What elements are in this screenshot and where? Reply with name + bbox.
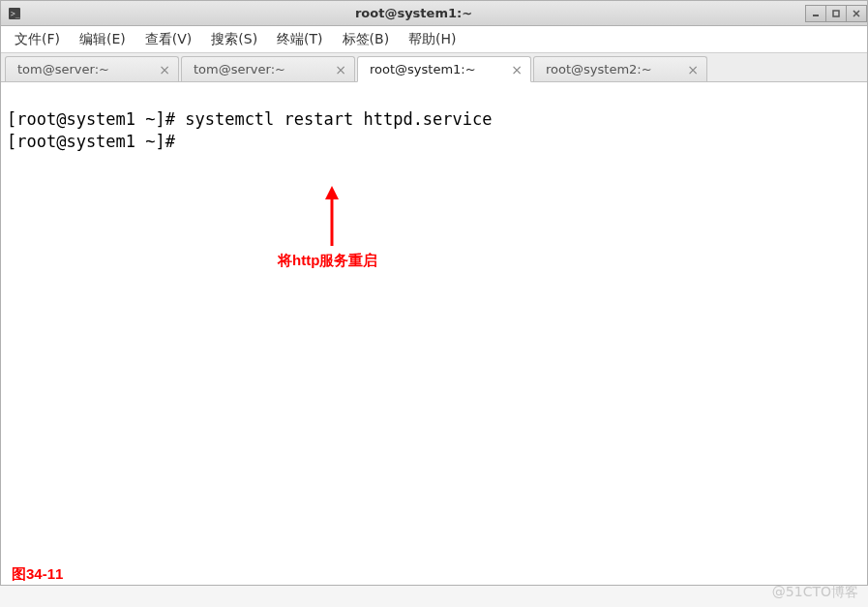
terminal-line: [root@system1 ~]#	[7, 132, 185, 151]
tab-label: root@system2:~	[546, 62, 652, 76]
titlebar: >_ root@system1:~	[1, 1, 867, 26]
tab-label: tom@server:~	[17, 62, 109, 76]
menu-file[interactable]: 文件(F)	[9, 27, 66, 52]
close-icon[interactable]: ×	[335, 63, 346, 76]
terminal-content[interactable]: [root@system1 ~]# systemctl restart http…	[1, 82, 867, 585]
tab-2[interactable]: tom@server:~ ×	[181, 56, 355, 81]
close-icon[interactable]: ×	[687, 63, 699, 76]
svg-marker-7	[325, 186, 339, 199]
maximize-button[interactable]	[825, 5, 847, 22]
annotation-arrow-icon	[322, 186, 342, 248]
watermark: @51CTO博客	[772, 584, 858, 601]
menu-search[interactable]: 搜索(S)	[205, 27, 263, 52]
menu-terminal[interactable]: 终端(T)	[271, 27, 328, 52]
tab-1[interactable]: tom@server:~ ×	[5, 56, 179, 81]
svg-rect-3	[833, 11, 839, 16]
tab-label: tom@server:~	[194, 62, 285, 76]
tabbar: tom@server:~ × tom@server:~ × root@syste…	[1, 53, 867, 82]
window-title: root@system1:~	[22, 6, 805, 20]
menubar: 文件(F) 编辑(E) 查看(V) 搜索(S) 终端(T) 标签(B) 帮助(H…	[1, 26, 867, 53]
menu-tabs[interactable]: 标签(B)	[337, 27, 396, 52]
tab-label: root@system1:~	[370, 62, 476, 76]
menu-edit[interactable]: 编辑(E)	[74, 27, 132, 52]
menu-view[interactable]: 查看(V)	[139, 27, 198, 52]
menu-help[interactable]: 帮助(H)	[403, 27, 462, 52]
close-icon[interactable]: ×	[159, 63, 170, 76]
terminal-line: [root@system1 ~]# systemctl restart http…	[7, 109, 493, 129]
terminal-window: >_ root@system1:~ 文件(F) 编辑(E) 查看(V) 搜索(S…	[0, 0, 868, 586]
annotation-text: 将http服务重启	[278, 251, 377, 270]
window-controls	[805, 5, 867, 22]
close-icon[interactable]: ×	[511, 63, 523, 76]
tab-4[interactable]: root@system2:~ ×	[533, 56, 707, 81]
tab-3[interactable]: root@system1:~ ×	[357, 56, 531, 82]
svg-text:>_: >_	[11, 10, 20, 18]
close-button[interactable]	[846, 5, 867, 22]
minimize-button[interactable]	[805, 5, 826, 22]
app-icon: >_	[7, 6, 22, 21]
